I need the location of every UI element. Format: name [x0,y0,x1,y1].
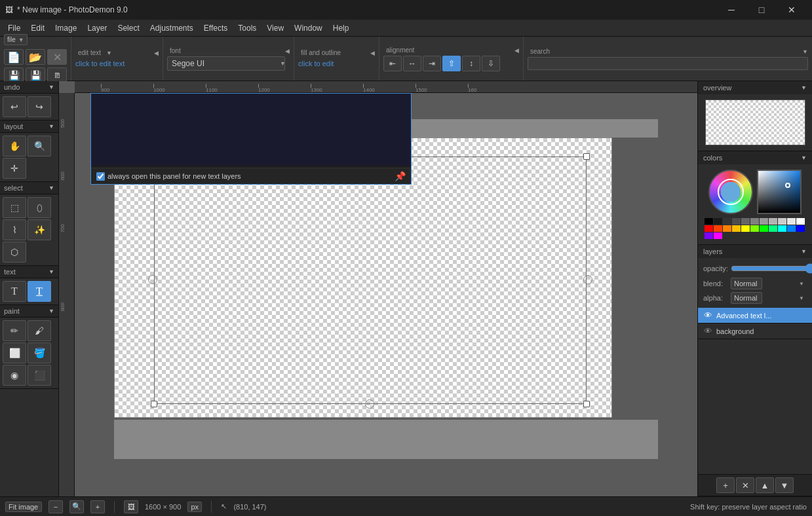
color-swatch[interactable] [778,218,786,225]
move-layer-down-button[interactable]: ▼ [775,477,794,493]
color-swatch[interactable] [787,218,796,225]
lasso-tool[interactable]: ⌇ [3,219,26,240]
handle-middle-left[interactable] [148,275,157,284]
handle-bottom-left[interactable] [151,401,157,407]
select-group-header[interactable]: select ▼ [0,182,58,194]
align-top-button[interactable]: ⇧ [442,56,461,71]
undo-group-header[interactable]: undo ▼ [0,81,58,94]
rect-select-tool[interactable]: ⬚ [3,197,26,218]
click-to-edit-fill-button[interactable]: click to edit [298,58,375,69]
layers-header[interactable]: layers ▼ [698,245,812,258]
menu-item-layer[interactable]: Layer [82,22,112,34]
menu-item-file[interactable]: File [3,22,26,34]
layer-visibility-background[interactable]: 👁 [702,326,714,336]
always-open-checkbox-label[interactable]: always open this panel for new text laye… [96,172,241,181]
color-swatch[interactable] [750,225,759,232]
color-swatch[interactable] [705,218,713,225]
new-file-button[interactable]: 📄 [4,49,24,65]
alpha-dropdown[interactable]: NormalMultiplyScreenOverlay [731,292,762,304]
menu-item-effects[interactable]: Effects [199,22,233,34]
delete-layer-button[interactable]: ✕ [736,477,754,493]
color-swatch[interactable] [796,225,805,232]
handle-middle-right[interactable] [583,275,592,284]
menu-item-tools[interactable]: Tools [233,22,261,34]
basic-text-tool[interactable]: T [3,281,26,302]
color-swatch[interactable] [714,225,722,232]
move-tool[interactable]: ✛ [3,158,26,179]
color-swatch[interactable] [760,218,768,225]
align-right-button[interactable]: ⇥ [423,56,441,71]
click-to-edit-button[interactable]: click to edit text [75,58,159,69]
maximize-button[interactable]: □ [746,0,777,20]
color-swatch[interactable] [705,232,713,239]
unit-dropdown[interactable]: px [187,502,202,512]
brush-tool[interactable]: 🖌 [28,320,51,341]
undo-button[interactable]: ↩ [3,96,26,117]
layer-visibility-advanced-text[interactable]: 👁 [702,310,714,320]
file-dropdown[interactable]: file ▼ [4,34,28,45]
align-left-button[interactable]: ⇤ [383,56,402,71]
color-swatch[interactable] [769,225,777,232]
always-open-checkbox[interactable] [96,172,105,181]
menu-item-window[interactable]: Window [289,22,328,34]
close-button[interactable]: ✕ [777,0,807,20]
color-wheel-hue[interactable] [708,170,753,214]
fill-tool[interactable]: 🪣 [28,342,51,363]
overview-header[interactable]: overview ▼ [698,81,812,94]
menu-item-image[interactable]: Image [50,22,82,34]
menu-item-view[interactable]: View [261,22,289,34]
handle-bottom-center[interactable] [365,399,374,409]
font-select[interactable]: Segoe UI [167,56,285,71]
color-swatch[interactable] [750,218,759,225]
zoom-out-button[interactable]: − [48,500,63,513]
color-swatch[interactable] [741,218,750,225]
color-wheel-saturation[interactable] [757,170,802,214]
ellipse-select-tool[interactable]: ⬯ [28,197,51,218]
menu-item-select[interactable]: Select [112,22,144,34]
pin-button[interactable]: 📌 [395,171,406,181]
menu-item-adjustments[interactable]: Adjustments [145,22,199,34]
redo-button[interactable]: ↪ [28,96,51,117]
align-bottom-button[interactable]: ⇩ [482,56,500,71]
text-group-header[interactable]: text ▼ [0,266,58,278]
gradient-tool[interactable]: ◉ [3,365,26,386]
color-swatch[interactable] [714,232,722,239]
color-swatch[interactable] [778,225,786,232]
opacity-slider[interactable] [731,264,812,273]
menu-item-help[interactable]: Help [328,22,355,34]
align-center-h-button[interactable]: ↔ [403,56,421,71]
add-layer-button[interactable]: + [716,477,735,493]
layer-item-background[interactable]: 👁 background [698,323,812,339]
color-swatch[interactable] [760,225,768,232]
color-swatch[interactable] [705,225,713,232]
eraser-tool[interactable]: ⬜ [3,342,26,363]
close-file-button[interactable]: ✕ [47,49,67,65]
handle-top-right[interactable] [583,153,590,160]
color-swatch[interactable] [732,225,741,232]
zoom-search-button[interactable]: 🔍 [69,500,84,513]
layout-group-header[interactable]: layout ▼ [0,120,58,133]
open-file-button[interactable]: 📂 [26,49,45,65]
menu-item-edit[interactable]: Edit [26,22,50,34]
canvas-scroll-area[interactable]: always open this panel for new text laye… [75,93,697,496]
handle-bottom-right[interactable] [583,401,590,407]
minimize-button[interactable]: ─ [716,0,746,20]
layer-item-advanced-text[interactable]: 👁 Advanced text l... [698,308,812,323]
search-input[interactable] [528,57,808,70]
move-layer-up-button[interactable]: ▲ [756,477,774,493]
canvas-size-button[interactable]: 🖼 [124,500,138,513]
color-swatch[interactable] [714,218,722,225]
search-tool[interactable]: 🔍 [28,136,51,157]
color-swatch[interactable] [723,218,731,225]
color-swatch[interactable] [741,225,750,232]
color-swatch[interactable] [796,218,805,225]
colors-header[interactable]: colors ▼ [698,151,812,164]
advanced-text-tool[interactable]: T [28,281,51,302]
color-swatch[interactable] [787,225,796,232]
fit-image-dropdown[interactable]: Fit image [5,502,42,512]
polygon-select-tool[interactable]: ⬡ [3,242,26,263]
hand-tool[interactable]: ✋ [3,136,26,157]
align-center-v-button[interactable]: ↕ [462,56,480,71]
color-swatch[interactable] [723,225,731,232]
color-swatch[interactable] [769,218,777,225]
